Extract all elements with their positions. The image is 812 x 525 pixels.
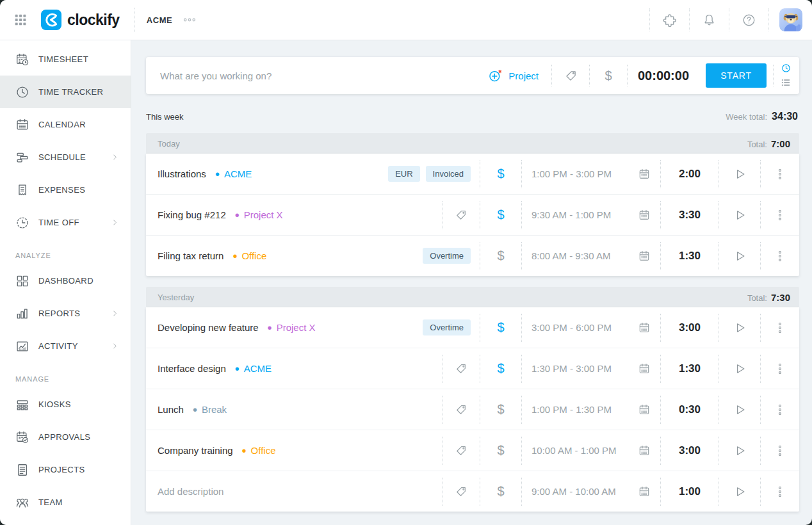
apps-grid-icon[interactable] — [13, 13, 28, 27]
time-entry-row[interactable]: Interface designACME$1:30 PM - 3:00 PM1:… — [146, 348, 799, 389]
entry-description[interactable]: Lunch — [158, 404, 184, 415]
entry-time-range[interactable]: 9:30 AM - 1:00 PM — [532, 209, 611, 220]
sidebar-item-reports[interactable]: REPORTS — [0, 297, 131, 330]
entry-menu-button[interactable] — [761, 389, 799, 430]
help-button[interactable] — [729, 8, 768, 31]
entry-duration[interactable]: 2:00 — [661, 154, 719, 194]
calendar-icon[interactable] — [638, 250, 651, 262]
entry-project[interactable]: ACME — [215, 168, 252, 181]
entry-description[interactable]: Add description — [158, 486, 223, 497]
entry-time-range[interactable]: 10:00 AM - 1:00 PM — [532, 445, 617, 456]
sidebar-item-team[interactable]: TEAM — [0, 486, 131, 519]
entry-description[interactable]: Filing tax return — [158, 250, 223, 261]
entry-duration[interactable]: 1:30 — [661, 236, 719, 276]
entry-project[interactable]: Project X — [235, 209, 283, 222]
sidebar-item-projects[interactable]: PROJECTS — [0, 453, 131, 486]
calendar-icon[interactable] — [638, 209, 651, 222]
billable-toggle[interactable]: $ — [480, 236, 521, 276]
sidebar-item-expenses[interactable]: EXPENSES — [0, 174, 131, 206]
entry-duration[interactable]: 3:00 — [661, 307, 719, 348]
billable-toggle[interactable]: $ — [480, 430, 521, 471]
start-button[interactable]: START — [706, 63, 767, 88]
billable-toggle[interactable]: $ — [480, 389, 521, 430]
workspace-menu-icon[interactable] — [183, 13, 197, 27]
timer-display[interactable]: 00:00:00 — [628, 69, 699, 83]
sidebar-item-timesheet[interactable]: TIMESHEET — [0, 43, 131, 76]
entry-project[interactable]: Office — [242, 444, 276, 457]
calendar-icon[interactable] — [638, 444, 651, 457]
time-entry-row[interactable]: Developing new featureProject XOvertime$… — [146, 307, 799, 348]
continue-timer-button[interactable] — [719, 430, 760, 471]
sidebar-item-dashboard[interactable]: DASHBOARD — [0, 264, 131, 297]
entry-time-range[interactable]: 9:00 AM - 10:00 AM — [532, 486, 616, 497]
entry-menu-button[interactable] — [761, 195, 799, 235]
entry-description[interactable]: Illustrations — [158, 168, 206, 179]
tags-button[interactable] — [443, 430, 480, 471]
entry-menu-button[interactable] — [761, 430, 799, 471]
time-entry-row[interactable]: Add description$9:00 AM - 10:00 AM1:00 — [146, 471, 799, 512]
continue-timer-button[interactable] — [719, 236, 760, 276]
entry-duration[interactable]: 3:30 — [661, 195, 719, 235]
entry-description[interactable]: Fixing bug #212 — [158, 209, 226, 220]
entry-time-range[interactable]: 1:00 PM - 1:30 PM — [532, 404, 612, 415]
description-input[interactable] — [146, 70, 475, 81]
entry-project[interactable]: Office — [232, 250, 266, 262]
tag-badge[interactable]: Overtime — [423, 248, 471, 264]
continue-timer-button[interactable] — [719, 154, 760, 194]
billable-toggle[interactable]: $ — [480, 195, 521, 235]
sidebar-item-approvals[interactable]: APPROVALS — [0, 421, 131, 453]
entry-duration[interactable]: 0:30 — [661, 389, 719, 430]
tags-button[interactable] — [443, 389, 480, 430]
sidebar-item-activity[interactable]: ACTIVITY — [0, 330, 131, 362]
continue-timer-button[interactable] — [719, 348, 760, 389]
entry-duration[interactable]: 1:30 — [661, 348, 719, 389]
entry-project[interactable]: ACME — [235, 362, 272, 375]
entry-menu-button[interactable] — [761, 348, 799, 389]
sidebar-item-time-tracker[interactable]: TIME TRACKER — [0, 76, 131, 108]
time-entry-row[interactable]: Company trainingOffice$10:00 AM - 1:00 P… — [146, 430, 799, 471]
billable-button[interactable]: $ — [590, 57, 627, 94]
entry-time-range[interactable]: 1:30 PM - 3:00 PM — [532, 363, 612, 374]
continue-timer-button[interactable] — [719, 471, 760, 512]
entry-menu-button[interactable] — [761, 471, 799, 512]
time-entry-row[interactable]: LunchBreak$1:00 PM - 1:30 PM0:30 — [146, 389, 799, 430]
entry-time-range[interactable]: 1:00 PM - 3:00 PM — [532, 168, 612, 179]
sidebar-item-kiosks[interactable]: KIOSKS — [0, 388, 131, 421]
sidebar-item-schedule[interactable]: SCHEDULE — [0, 141, 131, 174]
billable-toggle[interactable]: $ — [480, 348, 521, 389]
manual-mode-icon[interactable] — [781, 77, 791, 88]
entry-duration[interactable]: 1:00 — [661, 471, 719, 512]
continue-timer-button[interactable] — [719, 195, 760, 235]
tags-button[interactable] — [443, 195, 480, 235]
calendar-icon[interactable] — [638, 485, 651, 498]
entry-description[interactable]: Interface design — [158, 363, 226, 374]
sidebar-item-time-off[interactable]: TIME OFF — [0, 206, 131, 239]
avatar[interactable] — [779, 8, 802, 31]
notifications-button[interactable] — [689, 8, 729, 31]
billable-toggle[interactable]: $ — [480, 471, 521, 512]
entry-menu-button[interactable] — [761, 236, 799, 276]
entry-menu-button[interactable] — [761, 154, 799, 194]
continue-timer-button[interactable] — [719, 389, 760, 430]
entry-menu-button[interactable] — [761, 307, 799, 348]
entry-time-range[interactable]: 3:00 PM - 6:00 PM — [532, 322, 612, 333]
billable-toggle[interactable]: $ — [480, 307, 521, 348]
calendar-icon[interactable] — [638, 362, 651, 375]
entry-project[interactable]: Break — [193, 403, 227, 416]
workspace-name[interactable]: ACME — [147, 15, 173, 25]
clockify-logo[interactable]: clockify — [41, 10, 120, 30]
tag-badge[interactable]: Overtime — [423, 319, 471, 335]
tag-badge[interactable]: Invoiced — [426, 166, 471, 182]
time-entry-row[interactable]: Filing tax returnOfficeOvertime$8:00 AM … — [146, 235, 799, 276]
billable-toggle[interactable]: $ — [480, 154, 521, 194]
project-button[interactable]: Project — [475, 69, 551, 83]
tags-button[interactable] — [443, 471, 480, 512]
continue-timer-button[interactable] — [719, 307, 760, 348]
entry-duration[interactable]: 3:00 — [661, 430, 719, 471]
time-entry-row[interactable]: Fixing bug #212Project X$9:30 AM - 1:00 … — [146, 194, 799, 235]
tags-button[interactable] — [552, 57, 589, 94]
tags-button[interactable] — [443, 348, 480, 389]
entry-description[interactable]: Developing new feature — [158, 322, 259, 333]
calendar-icon[interactable] — [638, 403, 651, 416]
tag-badge[interactable]: EUR — [388, 166, 419, 182]
